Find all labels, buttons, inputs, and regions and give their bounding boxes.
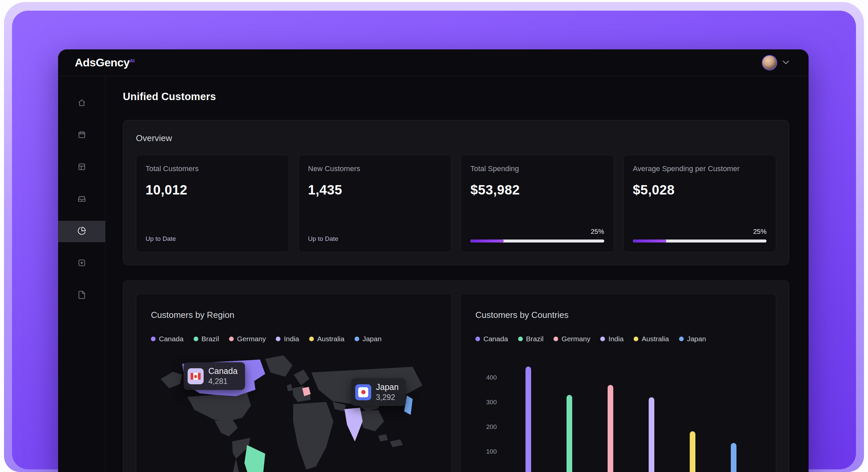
stat-card: Total Customers10,012Up to Date <box>136 155 289 252</box>
legend-item-japan: Japan <box>354 335 381 343</box>
tooltip-value: 4,281 <box>208 377 238 386</box>
sidebar-item-add-project[interactable] <box>58 253 105 274</box>
sidebar-item-analytics[interactable] <box>58 221 105 242</box>
file-icon <box>78 291 86 301</box>
legend-item-germany: Germany <box>229 335 266 343</box>
app-body: Unified Customers Overview Total Custome… <box>58 76 809 472</box>
legend-dot-icon <box>633 337 638 341</box>
legend-label: Canada <box>159 335 184 343</box>
progress-bar-fill <box>470 239 504 242</box>
user-menu[interactable] <box>762 55 789 70</box>
chevron-down-icon[interactable] <box>782 60 789 66</box>
inbox-icon <box>78 195 86 204</box>
app-window: AdsGencyAI <box>58 49 809 472</box>
legend-label: Australia <box>642 335 669 343</box>
stat-label: New Customers <box>308 164 442 173</box>
legend-item-canada: Canada <box>151 335 184 343</box>
app-logo-ai-suffix: AI <box>129 58 134 63</box>
stats-row: Total Customers10,012Up to DateNew Custo… <box>136 155 776 252</box>
y-axis-tick: 300 <box>475 399 497 406</box>
stat-value: $5,028 <box>633 182 767 198</box>
tooltip-value: 3,292 <box>376 393 399 402</box>
legend-dot-icon <box>554 337 558 341</box>
legend-item-australia: Australia <box>309 335 344 343</box>
stat-value: $53,982 <box>470 182 604 198</box>
legend-label: Canada <box>484 335 508 343</box>
y-axis-tick: 100 <box>475 448 497 455</box>
legend-dot-icon <box>276 337 280 341</box>
legend-dot-icon <box>679 337 684 341</box>
countries-bar-chart: 400300200100 <box>475 356 761 472</box>
legend-label: India <box>608 335 624 343</box>
legend-label: Australia <box>317 335 344 343</box>
bar-japan[interactable] <box>731 443 737 472</box>
sidebar-item-inbox[interactable] <box>58 189 105 210</box>
legend-label: Germany <box>237 335 266 343</box>
legend-item-india: India <box>600 335 624 343</box>
user-avatar[interactable] <box>762 55 777 70</box>
legend-label: Japan <box>687 335 706 343</box>
countries-card-title: Customers by Countries <box>475 310 761 320</box>
sidebar-item-calendar[interactable] <box>58 125 105 146</box>
tooltip-text: Japan 3,292 <box>376 382 399 402</box>
overview-panel: Overview Total Customers10,012Up to Date… <box>123 120 789 265</box>
stat-value: 1,435 <box>308 182 442 198</box>
progress-percent-label: 25% <box>470 228 604 236</box>
legend-item-india: India <box>276 335 299 343</box>
progress-bar-fill <box>633 239 666 242</box>
bar-australia[interactable] <box>690 431 695 472</box>
bar-germany[interactable] <box>608 385 613 472</box>
legend-dot-icon <box>151 337 156 341</box>
stat-value: 10,012 <box>146 182 279 198</box>
map-tooltip-canada: Canada 4,281 <box>184 362 245 390</box>
canada-flag-icon <box>188 368 204 384</box>
layout-icon <box>78 163 86 172</box>
folder-plus-icon <box>78 259 86 269</box>
japan-flag-icon <box>355 384 371 400</box>
bar-india[interactable] <box>649 397 654 472</box>
legend-dot-icon <box>518 337 523 341</box>
region-card-title: Customers by Region <box>151 310 437 320</box>
legend-item-brazil: Brazil <box>194 335 219 343</box>
stat-progress: 25% <box>470 228 604 242</box>
sidebar-item-home[interactable] <box>58 93 105 114</box>
legend-dot-icon <box>354 337 359 341</box>
legend-item-brazil: Brazil <box>518 335 544 343</box>
y-axis-tick: 200 <box>475 423 497 431</box>
legend-dot-icon <box>600 337 605 341</box>
legend-label: India <box>284 335 299 343</box>
tooltip-country: Canada <box>208 366 238 376</box>
stat-footer: Up to Date <box>146 235 279 242</box>
progress-bar-track <box>470 239 604 242</box>
stat-label: Total Customers <box>146 164 279 173</box>
legend-item-germany: Germany <box>554 335 590 343</box>
stat-label: Total Spending <box>470 164 604 173</box>
stat-label: Average Spending per Customer <box>633 164 767 173</box>
bar-brazil[interactable] <box>566 395 572 472</box>
legend-dot-icon <box>194 337 198 341</box>
progress-bar-track <box>633 239 767 242</box>
customers-by-countries-card: Customers by Countries CanadaBrazilGerma… <box>460 294 776 472</box>
sidebar-item-layout[interactable] <box>58 157 105 178</box>
map-tooltip-japan: Japan 3,292 <box>351 378 406 406</box>
customers-by-region-card: Customers by Region CanadaBrazilGermanyI… <box>136 294 452 472</box>
bar-canada[interactable] <box>525 367 531 472</box>
tooltip-country: Japan <box>376 382 399 392</box>
y-axis-tick: 400 <box>475 374 497 381</box>
home-icon <box>78 98 86 108</box>
legend-item-australia: Australia <box>633 335 669 343</box>
stat-card: Total Spending$53,98225% <box>461 155 614 252</box>
tooltip-text: Canada 4,281 <box>208 366 238 386</box>
stat-card: Average Spending per Customer$5,02825% <box>623 155 777 252</box>
main-content: Unified Customers Overview Total Custome… <box>105 76 809 472</box>
sidebar-item-documents[interactable] <box>58 285 105 306</box>
world-map: Canada 4,281 Japan 3,292 <box>151 351 437 472</box>
stat-card: New Customers1,435Up to Date <box>299 155 452 252</box>
legend-dot-icon <box>475 337 480 341</box>
countries-legend: CanadaBrazilGermanyIndiaAustraliaJapan <box>475 335 761 343</box>
stat-progress: 25% <box>633 228 767 242</box>
legend-label: Brazil <box>202 335 219 343</box>
legend-item-japan: Japan <box>679 335 706 343</box>
legend-dot-icon <box>309 337 314 341</box>
stat-footer: Up to Date <box>308 235 442 242</box>
